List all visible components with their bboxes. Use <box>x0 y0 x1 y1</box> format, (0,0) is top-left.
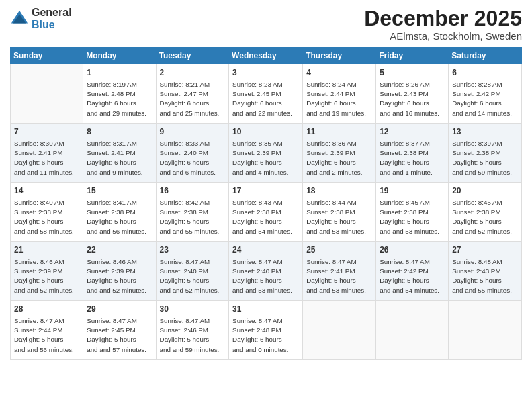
calendar-cell: 31Sunrise: 8:47 AM Sunset: 2:48 PM Dayli… <box>229 301 303 360</box>
header-monday: Monday <box>83 48 156 64</box>
calendar-cell <box>376 301 449 360</box>
calendar-cell: 19Sunrise: 8:45 AM Sunset: 2:38 PM Dayli… <box>376 183 449 242</box>
day-number: 27 <box>452 244 518 256</box>
calendar-cell: 12Sunrise: 8:37 AM Sunset: 2:38 PM Dayli… <box>376 124 449 183</box>
logo-text: General Blue <box>32 7 72 30</box>
day-info: Sunrise: 8:47 AM Sunset: 2:44 PM Dayligh… <box>14 316 79 355</box>
day-info: Sunrise: 8:28 AM Sunset: 2:42 PM Dayligh… <box>452 80 518 118</box>
day-number: 31 <box>232 304 299 315</box>
day-info: Sunrise: 8:42 AM Sunset: 2:38 PM Dayligh… <box>160 198 226 236</box>
calendar-cell: 14Sunrise: 8:40 AM Sunset: 2:38 PM Dayli… <box>11 183 83 242</box>
day-number: 30 <box>160 304 226 315</box>
calendar-header: Sunday Monday Tuesday Wednesday Thursday… <box>11 48 522 64</box>
calendar-cell: 18Sunrise: 8:44 AM Sunset: 2:38 PM Dayli… <box>303 183 376 242</box>
header-wednesday: Wednesday <box>229 48 303 64</box>
day-info: Sunrise: 8:35 AM Sunset: 2:39 PM Dayligh… <box>232 139 299 177</box>
calendar-week-row: 28Sunrise: 8:47 AM Sunset: 2:44 PM Dayli… <box>11 301 522 360</box>
day-info: Sunrise: 8:21 AM Sunset: 2:47 PM Dayligh… <box>160 80 226 118</box>
calendar-cell: 2Sunrise: 8:21 AM Sunset: 2:47 PM Daylig… <box>156 64 229 124</box>
day-number: 25 <box>306 244 372 256</box>
day-info: Sunrise: 8:46 AM Sunset: 2:39 PM Dayligh… <box>14 257 79 295</box>
calendar-cell <box>11 64 83 124</box>
day-number: 24 <box>232 244 299 256</box>
calendar-cell <box>303 301 376 360</box>
day-info: Sunrise: 8:47 AM Sunset: 2:45 PM Dayligh… <box>87 316 152 355</box>
day-info: Sunrise: 8:31 AM Sunset: 2:41 PM Dayligh… <box>87 139 152 177</box>
day-info: Sunrise: 8:46 AM Sunset: 2:39 PM Dayligh… <box>87 257 152 295</box>
calendar-cell: 9Sunrise: 8:33 AM Sunset: 2:40 PM Daylig… <box>156 124 229 183</box>
location: AElmsta, Stockholm, Sweden <box>364 30 522 42</box>
weekday-header-row: Sunday Monday Tuesday Wednesday Thursday… <box>11 48 522 64</box>
calendar-week-row: 7Sunrise: 8:30 AM Sunset: 2:41 PM Daylig… <box>11 124 522 183</box>
day-number: 4 <box>306 67 372 79</box>
header-friday: Friday <box>376 48 449 64</box>
day-number: 9 <box>160 126 226 138</box>
calendar-cell: 27Sunrise: 8:48 AM Sunset: 2:43 PM Dayli… <box>449 242 522 301</box>
day-number: 6 <box>452 67 518 79</box>
calendar-cell: 10Sunrise: 8:35 AM Sunset: 2:39 PM Dayli… <box>229 124 303 183</box>
day-info: Sunrise: 8:47 AM Sunset: 2:46 PM Dayligh… <box>160 316 226 355</box>
day-info: Sunrise: 8:36 AM Sunset: 2:39 PM Dayligh… <box>306 139 372 177</box>
calendar-cell: 5Sunrise: 8:26 AM Sunset: 2:43 PM Daylig… <box>376 64 449 124</box>
calendar-cell: 7Sunrise: 8:30 AM Sunset: 2:41 PM Daylig… <box>11 124 83 183</box>
calendar-cell: 24Sunrise: 8:47 AM Sunset: 2:40 PM Dayli… <box>229 242 303 301</box>
logo: General Blue <box>10 7 72 30</box>
day-info: Sunrise: 8:47 AM Sunset: 2:41 PM Dayligh… <box>306 257 372 295</box>
calendar-page: General Blue December 2025 AElmsta, Stoc… <box>0 0 532 411</box>
calendar-cell: 8Sunrise: 8:31 AM Sunset: 2:41 PM Daylig… <box>83 124 156 183</box>
logo-general: General <box>32 7 72 19</box>
day-number: 17 <box>232 185 299 197</box>
calendar-cell: 21Sunrise: 8:46 AM Sunset: 2:39 PM Dayli… <box>11 242 83 301</box>
day-number: 20 <box>452 185 518 197</box>
day-info: Sunrise: 8:47 AM Sunset: 2:40 PM Dayligh… <box>160 257 226 295</box>
calendar-cell: 28Sunrise: 8:47 AM Sunset: 2:44 PM Dayli… <box>11 301 83 360</box>
calendar-cell: 11Sunrise: 8:36 AM Sunset: 2:39 PM Dayli… <box>303 124 376 183</box>
calendar-cell: 1Sunrise: 8:19 AM Sunset: 2:48 PM Daylig… <box>83 64 156 124</box>
page-header: General Blue December 2025 AElmsta, Stoc… <box>10 7 522 42</box>
calendar-body: 1Sunrise: 8:19 AM Sunset: 2:48 PM Daylig… <box>11 64 522 360</box>
calendar-cell: 13Sunrise: 8:39 AM Sunset: 2:38 PM Dayli… <box>449 124 522 183</box>
day-number: 1 <box>87 67 152 79</box>
day-info: Sunrise: 8:43 AM Sunset: 2:38 PM Dayligh… <box>232 198 299 236</box>
day-info: Sunrise: 8:44 AM Sunset: 2:38 PM Dayligh… <box>306 198 372 236</box>
day-number: 11 <box>306 126 372 138</box>
day-number: 3 <box>232 67 299 79</box>
day-number: 15 <box>87 185 152 197</box>
day-info: Sunrise: 8:45 AM Sunset: 2:38 PM Dayligh… <box>452 198 518 236</box>
day-number: 10 <box>232 126 299 138</box>
calendar-cell: 22Sunrise: 8:46 AM Sunset: 2:39 PM Dayli… <box>83 242 156 301</box>
day-info: Sunrise: 8:23 AM Sunset: 2:45 PM Dayligh… <box>232 80 299 118</box>
day-info: Sunrise: 8:19 AM Sunset: 2:48 PM Dayligh… <box>87 80 152 118</box>
day-info: Sunrise: 8:24 AM Sunset: 2:44 PM Dayligh… <box>306 80 372 118</box>
day-number: 12 <box>380 126 445 138</box>
header-sunday: Sunday <box>11 48 83 64</box>
month-title: December 2025 <box>364 7 522 30</box>
day-number: 8 <box>87 126 152 138</box>
day-number: 28 <box>14 304 79 315</box>
day-info: Sunrise: 8:45 AM Sunset: 2:38 PM Dayligh… <box>380 198 445 236</box>
calendar-cell: 16Sunrise: 8:42 AM Sunset: 2:38 PM Dayli… <box>156 183 229 242</box>
day-info: Sunrise: 8:30 AM Sunset: 2:41 PM Dayligh… <box>14 139 79 177</box>
day-info: Sunrise: 8:26 AM Sunset: 2:43 PM Dayligh… <box>380 80 445 118</box>
calendar-cell: 30Sunrise: 8:47 AM Sunset: 2:46 PM Dayli… <box>156 301 229 360</box>
logo-icon <box>10 9 29 28</box>
header-tuesday: Tuesday <box>156 48 229 64</box>
calendar-cell <box>449 301 522 360</box>
day-number: 22 <box>87 244 152 256</box>
day-number: 14 <box>14 185 79 197</box>
calendar-cell: 15Sunrise: 8:41 AM Sunset: 2:38 PM Dayli… <box>83 183 156 242</box>
day-info: Sunrise: 8:33 AM Sunset: 2:40 PM Dayligh… <box>160 139 226 177</box>
day-number: 18 <box>306 185 372 197</box>
calendar-cell: 25Sunrise: 8:47 AM Sunset: 2:41 PM Dayli… <box>303 242 376 301</box>
calendar-week-row: 1Sunrise: 8:19 AM Sunset: 2:48 PM Daylig… <box>11 64 522 124</box>
day-number: 5 <box>380 67 445 79</box>
day-info: Sunrise: 8:47 AM Sunset: 2:48 PM Dayligh… <box>232 316 299 355</box>
day-info: Sunrise: 8:47 AM Sunset: 2:42 PM Dayligh… <box>380 257 445 295</box>
day-info: Sunrise: 8:48 AM Sunset: 2:43 PM Dayligh… <box>452 257 518 295</box>
day-info: Sunrise: 8:39 AM Sunset: 2:38 PM Dayligh… <box>452 139 518 177</box>
title-block: December 2025 AElmsta, Stockholm, Sweden <box>364 7 522 42</box>
day-info: Sunrise: 8:40 AM Sunset: 2:38 PM Dayligh… <box>14 198 79 236</box>
calendar-cell: 23Sunrise: 8:47 AM Sunset: 2:40 PM Dayli… <box>156 242 229 301</box>
calendar-cell: 17Sunrise: 8:43 AM Sunset: 2:38 PM Dayli… <box>229 183 303 242</box>
logo-blue: Blue <box>32 19 72 31</box>
